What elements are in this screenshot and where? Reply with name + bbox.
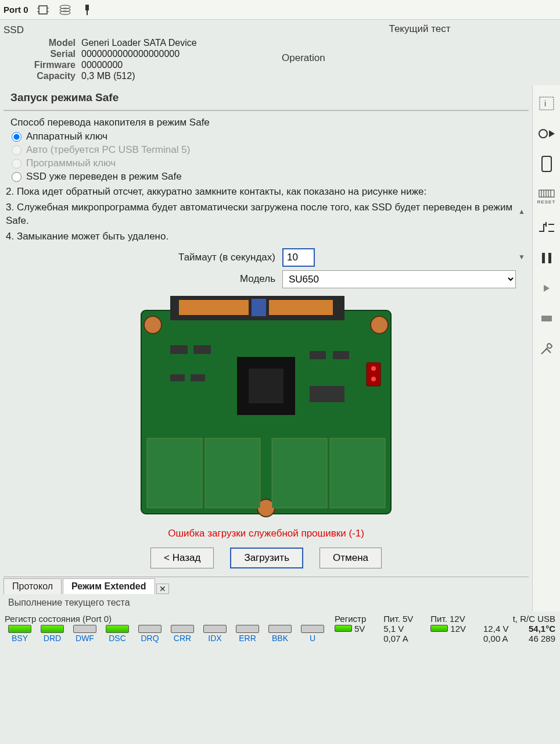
svg-rect-50 [541, 316, 552, 321]
pin-icon[interactable] [80, 2, 95, 17]
circuit-icon[interactable] [537, 218, 557, 238]
radio-software-key: Программный ключ [12, 158, 520, 169]
register-flag-label: CRR [174, 634, 191, 643]
radio-hardware-key-input[interactable] [12, 132, 21, 142]
svg-point-22 [371, 366, 376, 371]
led-idx [203, 625, 227, 633]
led-dsc [106, 625, 129, 633]
svg-text:i: i [544, 99, 546, 108]
radio-software-key-input [12, 159, 21, 169]
svg-rect-25 [205, 438, 260, 508]
svg-marker-39 [549, 130, 555, 137]
pwr12-current: 0,00 A [483, 634, 508, 643]
model-select[interactable]: SU650 [282, 270, 516, 288]
register-flag-label: IDX [208, 634, 221, 643]
register-flag-label: BBK [272, 634, 288, 643]
svg-rect-36 [540, 97, 554, 110]
led-drq [138, 625, 161, 633]
svg-point-38 [539, 130, 547, 138]
panel-title: Запуск режима Safe [3, 85, 529, 111]
led-crr [171, 625, 194, 633]
register-title: Регистр состояния (Port 0) [5, 614, 328, 624]
footer-registers: Регистр состояния (Port 0) BSYDRDDWFDSCD… [0, 611, 560, 646]
led-drd [41, 625, 64, 633]
ssd-label: SSD [1, 23, 277, 37]
register-flags-row: BSYDRDDWFDSCDRQCRRIDXERRBBKU [5, 625, 328, 643]
svg-rect-20 [249, 369, 283, 403]
play-skip-icon[interactable] [537, 124, 557, 144]
instruction-step4: 4. Замыкание может быть удалено. [3, 229, 529, 245]
method-group-label: Способ перевода накопителя в режим Safe [10, 117, 522, 128]
register-flag-dsc: DSC [102, 625, 132, 643]
temp-value: 54,1°C [513, 624, 555, 634]
timeout-label: Таймаут (в секундах) [3, 252, 282, 263]
svg-rect-31 [170, 374, 185, 381]
svg-rect-26 [272, 438, 327, 508]
radio-software-key-label: Программный ключ [26, 158, 116, 169]
pcb-image [135, 293, 397, 520]
svg-rect-27 [330, 438, 385, 508]
port-label: Port 0 [3, 5, 28, 15]
load-button[interactable]: Загрузить [230, 548, 303, 568]
radio-already-safe-input[interactable] [12, 172, 21, 182]
svg-rect-15 [252, 299, 266, 316]
svg-rect-24 [147, 438, 202, 508]
chip-small-icon[interactable] [537, 309, 557, 328]
current-test-label: Текущий тест [282, 23, 558, 35]
stack-icon[interactable] [58, 2, 73, 17]
device-info-block: SSD ModelGeneri Loader SATA Device Seria… [0, 20, 279, 85]
svg-point-16 [144, 316, 161, 334]
register-flag-drd: DRD [37, 625, 67, 643]
pause-icon[interactable] [537, 248, 557, 268]
operation-label: Operation [282, 52, 558, 64]
back-button[interactable]: < Назад [150, 548, 214, 568]
header-section: SSD ModelGeneri Loader SATA Device Seria… [0, 20, 560, 85]
radio-already-safe[interactable]: SSD уже переведен в режим Safe [12, 171, 520, 183]
led-err [236, 625, 259, 633]
bottom-tabs: Протокол Режим Extended ✕ [3, 577, 529, 594]
register-flag-u: U [297, 625, 328, 643]
svg-point-23 [371, 377, 376, 381]
cancel-button[interactable]: Отмена [320, 548, 382, 568]
svg-rect-13 [179, 300, 249, 315]
scroll-up-arrow[interactable]: ▲ [518, 208, 527, 217]
serial-value: 0000000000000000000 [81, 49, 180, 59]
reset-icon[interactable]: RESET [537, 184, 557, 208]
info-card-icon[interactable]: i [537, 94, 557, 113]
error-message: Ошибка загрузки служебной прошивки (-1) [3, 528, 529, 539]
chip-icon[interactable] [35, 2, 51, 17]
timeout-input[interactable] [282, 248, 315, 267]
svg-rect-30 [193, 345, 211, 354]
side-toolbar: i RESET [532, 85, 560, 611]
pwr5-label: Пит. 5V [383, 614, 413, 624]
capacity-key: Capacity [1, 71, 81, 81]
svg-rect-29 [170, 345, 188, 354]
register-flag-idx: IDX [200, 625, 230, 643]
firmware-key: Firmware [1, 60, 81, 70]
led-bbk [268, 625, 292, 633]
serial-key: Serial [1, 49, 81, 59]
tab-extended[interactable]: Режим Extended [63, 578, 155, 594]
device-icon[interactable] [537, 154, 557, 174]
radio-hardware-key[interactable]: Аппаратный ключ [12, 131, 520, 142]
radio-already-safe-label: SSD уже переведен в режим Safe [26, 171, 182, 183]
pwr5-voltage: 5,1 V [383, 624, 413, 634]
play-small-icon[interactable] [537, 278, 557, 298]
tab-protocol[interactable]: Протокол [3, 578, 62, 594]
register-flag-label: BSY [12, 634, 28, 643]
svg-rect-34 [333, 351, 349, 359]
led-5v [335, 625, 352, 632]
svg-rect-14 [269, 300, 333, 315]
model-select-label: Модель [3, 273, 282, 285]
scroll-down-arrow[interactable]: ▼ [518, 253, 527, 262]
firmware-value: 00000000 [81, 60, 123, 70]
tools-icon[interactable] [537, 339, 557, 359]
register-flag-err: ERR [232, 625, 263, 643]
safe-mode-panel: Запуск режима Safe Способ перевода накоп… [0, 85, 532, 611]
svg-rect-0 [39, 6, 47, 14]
tab-close-button[interactable]: ✕ [156, 584, 169, 594]
model-value: Generi Loader SATA Device [81, 38, 197, 48]
pwr5-led-label: 5V [354, 624, 365, 634]
svg-rect-48 [548, 253, 551, 263]
temp-count: 46 289 [513, 634, 555, 643]
